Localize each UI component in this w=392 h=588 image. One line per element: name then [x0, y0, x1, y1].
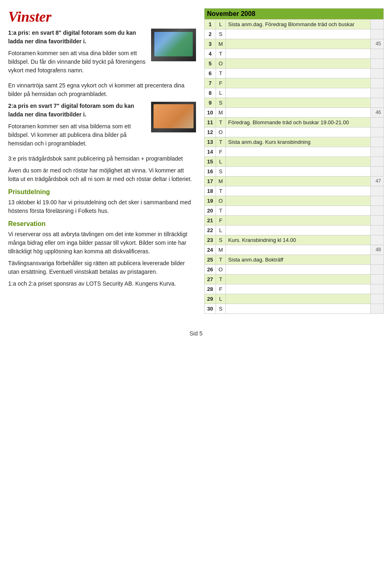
day-number: 2: [205, 29, 216, 39]
week-number: [371, 196, 384, 206]
week-number: 47: [371, 177, 384, 186]
weekday-letter: O: [216, 265, 226, 275]
digital-frame-2-icon: [151, 102, 196, 132]
week-number: [371, 304, 384, 314]
calendar-row: 16S: [205, 167, 384, 177]
event-text: Kurs. Kransbindning kl 14.00: [225, 235, 370, 245]
day-number: 27: [205, 275, 216, 284]
calendar-row: 3M45: [205, 39, 384, 49]
event-text: [225, 186, 370, 196]
event-text: [225, 78, 370, 88]
weekday-letter: L: [216, 88, 226, 98]
day-number: 17: [205, 177, 216, 186]
weekday-letter: T: [216, 275, 226, 284]
day-number: 19: [205, 196, 216, 206]
reservation-text1: Vi reserverar oss att avbryta tävlingen …: [8, 230, 196, 256]
calendar-header: November 2008: [205, 9, 384, 20]
event-text: Föredrag. Blommande träd och buskar 19.0…: [225, 118, 370, 127]
day-number: 10: [205, 108, 216, 118]
calendar-row: 25TSista anm.dag. Bokträff: [205, 255, 384, 265]
page-footer: Sid 5: [0, 330, 392, 337]
calendar-row: 28F: [205, 284, 384, 294]
event-text: [225, 226, 370, 235]
prize2-row: 2:a pris en svart 7" digital fotoram som…: [8, 102, 196, 151]
sponsor-text: 1:a och 2:a priset sponsras av LOTS Secu…: [8, 279, 196, 288]
calendar-row: 9S: [205, 98, 384, 108]
weekday-letter: F: [216, 78, 226, 88]
weekday-letter: S: [216, 98, 226, 108]
calendar-row: 29L: [205, 294, 384, 304]
calendar-row: 11TFöredrag. Blommande träd och buskar 1…: [205, 118, 384, 127]
weekday-letter: L: [216, 226, 226, 235]
week-number: [371, 265, 384, 275]
event-text: [225, 157, 370, 167]
event-text: [225, 294, 370, 304]
day-number: 20: [205, 206, 216, 216]
day-number: 14: [205, 147, 216, 157]
prize1-text1: Fotoramen kommer sen att visa dina bilde…: [8, 49, 147, 75]
weekday-letter: S: [216, 29, 226, 39]
page-title: Vinster: [8, 8, 196, 25]
weekday-letter: M: [216, 39, 226, 49]
event-text: [225, 245, 370, 255]
week-number: [371, 88, 384, 98]
prize2-text: 2:a pris en svart 7" digital fotoram som…: [8, 102, 147, 151]
calendar-row: 5O: [205, 59, 384, 69]
day-number: 25: [205, 255, 216, 265]
day-number: 4: [205, 49, 216, 59]
week-number: [371, 147, 384, 157]
day-number: 28: [205, 284, 216, 294]
event-text: [225, 177, 370, 186]
weekday-letter: F: [216, 147, 226, 157]
event-text: [225, 127, 370, 137]
week-number: [371, 226, 384, 235]
day-number: 9: [205, 98, 216, 108]
prize1-image: [151, 29, 196, 61]
calendar-row: 23SKurs. Kransbindning kl 14.00: [205, 235, 384, 245]
week-number: 46: [371, 108, 384, 118]
right-column: November 2008 1LSista anm.dag. Föredrag …: [204, 8, 384, 314]
event-text: Sista anm.dag. Bokträff: [225, 255, 370, 265]
week-number: [371, 118, 384, 127]
weekday-letter: T: [216, 49, 226, 59]
event-text: [225, 49, 370, 59]
weekday-letter: M: [216, 177, 226, 186]
week-number: [371, 255, 384, 265]
weekday-letter: L: [216, 294, 226, 304]
digital-frame-1-icon: [151, 29, 196, 61]
day-number: 3: [205, 39, 216, 49]
day-number: 1: [205, 20, 216, 29]
calendar-row: 2S: [205, 29, 384, 39]
day-number: 7: [205, 78, 216, 88]
event-text: [225, 147, 370, 157]
calendar-row: 7F: [205, 78, 384, 88]
day-number: 23: [205, 235, 216, 245]
calendar-row: 14F: [205, 147, 384, 157]
week-number: [371, 20, 384, 29]
week-number: [371, 284, 384, 294]
day-number: 16: [205, 167, 216, 177]
prize2-text1: Fotoramen kommer sen att visa bilderna s…: [8, 122, 147, 148]
event-text: Sista anm.dag. Kurs krans­bindning: [225, 137, 370, 147]
event-text: [225, 59, 370, 69]
day-number: 11: [205, 118, 216, 127]
lottery-text: Även du som är med och röstar har möj­li…: [8, 166, 196, 183]
prize1-row: 1:a pris: en svart 8" digi­tal fotoram s…: [8, 29, 196, 78]
calendar-row: 18T: [205, 186, 384, 196]
event-text: [225, 304, 370, 314]
week-number: [371, 206, 384, 216]
event-text: [225, 108, 370, 118]
week-number: [371, 78, 384, 88]
day-number: 24: [205, 245, 216, 255]
week-number: [371, 59, 384, 69]
prisutdelning-text: 13 oktober kl 19.00 har vi prisutdelning…: [8, 198, 196, 215]
calendar-row: 6T: [205, 69, 384, 78]
day-number: 26: [205, 265, 216, 275]
weekday-letter: S: [216, 167, 226, 177]
week-number: [371, 167, 384, 177]
week-number: 45: [371, 39, 384, 49]
calendar-row: 30S: [205, 304, 384, 314]
week-number: [371, 127, 384, 137]
reservation-text2: Tävlingsansvariga förbehåller sig rätten…: [8, 259, 196, 276]
calendar-row: 26O: [205, 265, 384, 275]
